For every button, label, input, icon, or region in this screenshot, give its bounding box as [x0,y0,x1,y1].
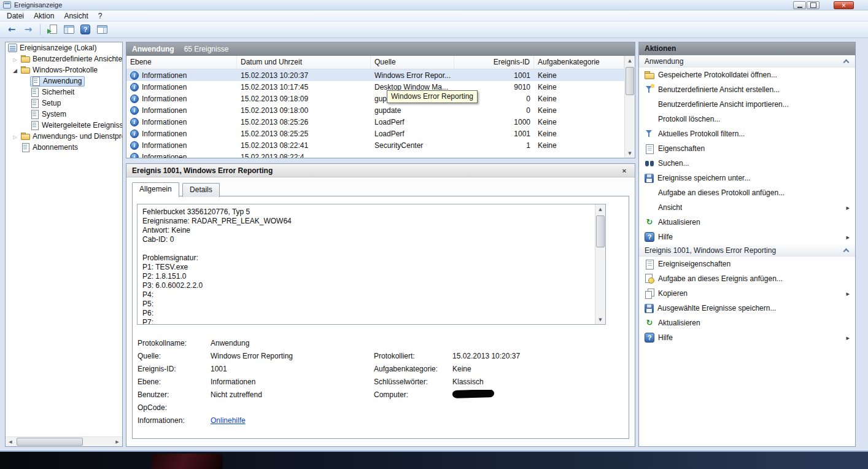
menu-datei[interactable]: Datei [2,10,29,21]
message-scrollbar[interactable] [595,204,605,324]
menubar: Datei Aktion Ansicht ? [0,10,868,21]
action-refresh-event[interactable]: Aktualisieren [639,316,855,330]
tree-horizontal-scrollbar[interactable] [6,436,122,446]
event-viewer-icon [8,44,17,52]
tab-details[interactable]: Details [182,183,220,197]
column-headers: Ebene Datum und Uhrzeit Quelle Ereignis-… [126,56,624,69]
action-create-custom-view[interactable]: Benutzerdefinierte Ansicht erstellen... [639,82,855,97]
menu-ansicht[interactable]: Ansicht [59,10,93,21]
tree-item-subscriptions[interactable]: Abonnements [6,142,122,153]
action-copy[interactable]: Kopieren [639,286,855,301]
event-row[interactable]: Informationen 15.02.2013 10:17:45 Deskto… [126,81,624,93]
tree-item-setup[interactable]: Setup [6,98,122,109]
collapse-chevron-icon[interactable] [843,247,850,253]
event-row[interactable]: Informationen 15.02.2013 08:25:26 LoadPe… [126,116,624,128]
event-detail-panel: Ereignis 1001, Windows Error Reporting A… [126,163,635,447]
scroll-down-arrow-icon[interactable] [595,315,605,324]
minimize-button[interactable] [793,1,806,9]
section-header-ereignis[interactable]: Ereignis 1001, Windows Error Reporting [639,244,855,257]
action-refresh[interactable]: Aktualisieren [639,215,855,230]
information-icon [130,106,139,115]
column-header-ereignis-id[interactable]: Ereignis-ID [454,56,534,69]
tree-item-anwendung[interactable]: Anwendung [6,76,122,87]
action-import-custom-view[interactable]: Benutzerdefinierte Ansicht importieren..… [639,97,855,112]
event-row-partial[interactable]: Informationen 15.02.2013 08:22:4 [126,151,624,158]
tree-item-sicherheit[interactable]: Sicherheit [6,87,122,98]
close-detail-icon[interactable] [619,166,629,175]
event-row[interactable]: Informationen 15.02.2013 08:22:41 Securi… [126,139,624,151]
action-save-selected-events[interactable]: Ausgewählte Ereignisse speichern... [639,301,855,316]
help-icon[interactable] [79,23,92,36]
event-properties-icon [645,259,654,269]
scrollbar-thumb[interactable] [626,67,634,95]
expander-collapsed-icon[interactable] [12,132,18,141]
column-header-aufgabenkategorie[interactable]: Aufgabenkategorie [534,56,624,69]
tree-item-root[interactable]: Ereignisanzeige (Lokal) [6,42,122,53]
column-header-datum[interactable]: Datum und Uhrzeit [237,56,371,69]
action-help-event[interactable]: Hilfe [639,330,855,345]
event-row[interactable]: Informationen 15.02.2013 09:18:00 gupdat… [126,104,624,116]
event-row[interactable]: Informationen 15.02.2013 09:18:09 gupdat… [126,93,624,104]
action-open-saved-log[interactable]: Gespeicherte Protokolldatei öffnen... [639,68,855,82]
desktop-wallpaper-fragment [152,454,223,469]
scroll-right-arrow-icon[interactable] [112,437,122,446]
action-clear-log[interactable]: Protokoll löschen... [639,112,855,126]
action-view[interactable]: Ansicht [639,200,855,215]
submenu-arrow-icon [846,203,850,212]
scroll-down-arrow-icon[interactable] [625,149,635,158]
action-properties[interactable]: Eigenschaften [639,141,855,156]
scrollbar-thumb[interactable] [596,215,605,247]
information-icon [130,95,139,103]
section-header-anwendung[interactable]: Anwendung [639,55,855,68]
action-attach-task-to-log[interactable]: Aufgabe an dieses Protokoll anfügen... [639,185,855,200]
titlebar: Ereignisanzeige [0,0,868,10]
information-icon [130,153,139,159]
actions-panel: Aktionen Anwendung Gespeicherte Protokol… [638,42,856,447]
forward-icon[interactable] [21,23,35,36]
back-icon[interactable] [5,23,18,36]
expander-collapsed-icon[interactable] [12,55,18,63]
event-list-panel: Anwendung 65 Ereignisse Ebene Datum und … [126,42,635,158]
action-save-events-as[interactable]: Ereignisse speichern unter... [639,171,855,185]
scroll-up-arrow-icon[interactable] [595,204,605,214]
column-header-quelle[interactable]: Quelle [371,56,454,69]
properties-icon [645,144,654,153]
close-button[interactable] [834,1,854,9]
event-message-box[interactable]: Fehlerbucket 3356120776, Typ 5 Ereignisn… [137,204,606,325]
scrollbar-thumb[interactable] [17,438,83,446]
action-pane-icon[interactable] [95,23,109,36]
log-name: Anwendung [132,45,174,53]
event-row[interactable]: Informationen 15.02.2013 08:25:25 LoadPe… [126,128,624,139]
refresh-icon [645,217,654,227]
search-icon [645,158,654,168]
action-filter-current-log[interactable]: Aktuelles Protokoll filtern... [639,126,855,141]
scroll-up-arrow-icon[interactable] [625,56,635,65]
tree-item-windows-logs[interactable]: Windows-Protokolle [6,64,122,76]
tree-item-custom-views[interactable]: Benutzerdefinierte Ansichten [6,53,122,64]
column-header-ebene[interactable]: Ebene [126,56,237,69]
collapse-chevron-icon[interactable] [843,58,850,64]
export-list-icon[interactable] [45,23,59,36]
scroll-left-arrow-icon[interactable] [6,437,15,446]
action-event-properties[interactable]: Ereigniseigenschaften [639,257,855,271]
desktop-background [0,452,868,469]
maximize-button[interactable] [807,1,820,9]
console-tree-icon[interactable] [62,23,76,36]
action-help[interactable]: Hilfe [639,230,855,244]
tree-item-apps-services-logs[interactable]: Anwendungs- und Dienstprotokolle [6,131,122,142]
menu-aktion[interactable]: Aktion [29,10,59,21]
event-list-scrollbar[interactable] [624,56,635,158]
console-tree-panel: Ereignisanzeige (Lokal) Benutzerdefinier… [5,42,123,447]
detail-tabs: Allgemein Details [132,182,221,196]
field-row: OpCode: [138,401,620,414]
expander-expanded-icon[interactable] [12,66,18,74]
online-help-link[interactable]: Onlinehilfe [211,416,374,425]
menu-hilfe[interactable]: ? [93,10,107,21]
tree-item-forwarded-events[interactable]: Weitergeleitete Ereignisse [6,120,122,131]
action-find[interactable]: Suchen... [639,156,855,171]
tab-allgemein[interactable]: Allgemein [132,182,179,197]
tree-item-system[interactable]: System [6,109,122,120]
action-attach-task-to-event[interactable]: Aufgabe an dieses Ereignis anfügen... [639,271,855,286]
refresh-icon [645,318,654,328]
event-row-selected[interactable]: Informationen 15.02.2013 10:20:37 Window… [126,69,624,81]
